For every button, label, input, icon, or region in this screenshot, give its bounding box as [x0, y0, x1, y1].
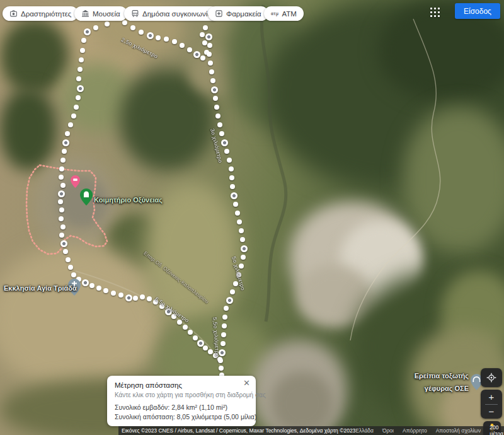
chip-atm[interactable]: ατμ ATM: [264, 6, 304, 21]
apps-grid-icon[interactable]: [430, 8, 440, 18]
attribution-bar: Εικόνες ©2023 CNES / Airbus, Landsat / C…: [118, 426, 504, 435]
pharmacy-icon: [215, 9, 223, 18]
terms-link[interactable]: Όροι: [382, 427, 394, 434]
chip-label: Δραστηριότητες: [21, 10, 71, 18]
zoom-in-button[interactable]: +: [481, 390, 502, 404]
chip-pharmacies[interactable]: Φαρμακεία: [208, 6, 268, 21]
imagery-attribution: Εικόνες ©2023 CNES / Airbus, Landsat / C…: [122, 427, 355, 434]
scale-label: 200 μέτρα: [490, 424, 504, 435]
total-area-value: Συνολικό εμβαδόν: 2,84 km² (1,10 mi²): [115, 403, 248, 411]
feedback-link[interactable]: Αποστολή σχολίων: [436, 427, 481, 434]
transit-icon: [131, 9, 139, 18]
poi-layer: Κοιμητήριο Οξύνειας Εκκλησία Αγία Τριάδα…: [0, 0, 504, 435]
church-label[interactable]: Εκκλησία Αγία Τριάδα: [4, 284, 77, 292]
chip-museums[interactable]: Μουσεία: [74, 6, 127, 21]
museum-icon: [81, 9, 89, 18]
region-link[interactable]: Ελλάδα: [355, 427, 374, 434]
map-canvas[interactable]: 2,5ο χιλιόμετρο3ο χιλιόμετρο5ο χιλιόμετρ…: [0, 0, 504, 435]
map-scale[interactable]: 200 μέτρα: [490, 424, 504, 435]
cemetery-label[interactable]: Κοιμητήριο Οξύνειας: [94, 196, 163, 204]
chip-activities[interactable]: Δραστηριότητες: [3, 6, 78, 21]
total-distance-value: Συνολική απόσταση: 8,05 χιλιόμετρα (5,00…: [115, 413, 248, 420]
chip-label: Φαρμακεία: [226, 10, 261, 18]
bridge-ruins-label[interactable]: Ερείπια τοξωτής γέφυρας ΟΣΕ: [404, 369, 469, 394]
chip-label: ATM: [282, 10, 296, 18]
sign-in-button[interactable]: Είσοδος: [455, 3, 500, 19]
privacy-link[interactable]: Απόρρητο: [403, 427, 427, 434]
attractions-icon: [9, 9, 18, 18]
chip-label: Δημόσια συγκοινωνία: [142, 10, 212, 18]
zoom-control: + −: [481, 390, 502, 419]
close-icon[interactable]: ✕: [243, 379, 250, 387]
dialog-hint: Κάντε κλικ στο χάρτη για προσθήκη στη δι…: [115, 392, 248, 398]
dialog-title: Μέτρηση απόστασης: [115, 381, 248, 389]
zoom-out-button[interactable]: −: [481, 405, 502, 419]
my-location-icon: [486, 373, 496, 383]
chip-public-transport[interactable]: Δημόσια συγκοινωνία: [124, 6, 219, 21]
atm-icon: ατμ: [271, 11, 278, 16]
chip-label: Μουσεία: [93, 10, 120, 18]
lodging-pin-icon[interactable]: [71, 175, 80, 188]
my-location-button[interactable]: [481, 368, 502, 387]
cemetery-pin-icon[interactable]: [80, 188, 93, 206]
measure-distance-dialog: ✕ Μέτρηση απόστασης Κάντε κλικ στο χάρτη…: [107, 376, 256, 426]
